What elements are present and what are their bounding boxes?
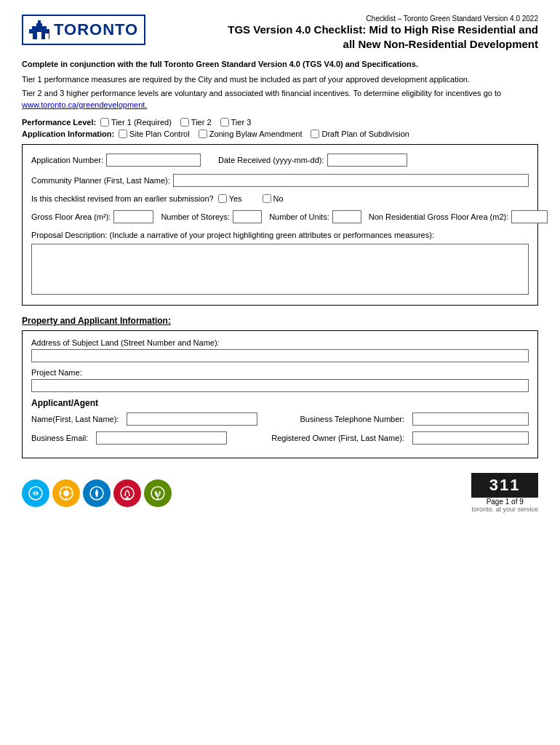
svg-rect-5 (37, 32, 41, 39)
tier1-checkbox-item[interactable]: Tier 1 (Required) (100, 118, 172, 127)
site-plan-checkbox-item[interactable]: Site Plan Control (119, 130, 190, 138)
proposal-label: Proposal Description: (Include a narrati… (31, 231, 529, 239)
water-icon (22, 479, 49, 507)
svg-point-9 (63, 490, 69, 496)
tier3-label: Tier 3 (231, 118, 252, 127)
property-section-title: Property and Applicant Information: (22, 316, 538, 326)
header-subtitle: Checklist – Toronto Green Standard Versi… (160, 15, 538, 23)
planner-input[interactable] (173, 174, 529, 187)
nonres-input[interactable] (511, 210, 548, 223)
logo-building-icon (29, 19, 49, 41)
applicant-name-row: Name(First, Last Name): Business Telepho… (31, 413, 529, 426)
site-plan-checkbox[interactable] (119, 130, 127, 138)
tier2-label: Tier 2 (191, 118, 212, 127)
biz-email-label: Business Email: (31, 434, 88, 442)
app-number-input[interactable] (106, 154, 201, 167)
no-checkbox[interactable] (263, 194, 271, 203)
gfa-row: Gross Floor Area (m²): Number of Storeys… (31, 210, 529, 223)
units-input[interactable] (332, 210, 361, 223)
draft-plan-label: Draft Plan of Subdivision (321, 130, 409, 138)
revised-label: Is this checklist revised from an earlie… (31, 194, 214, 203)
proposal-section: Proposal Description: (Include a narrati… (31, 231, 529, 296)
svg-rect-4 (29, 33, 33, 39)
toronto-logo: TORONTO (22, 15, 145, 45)
tier1-checkbox[interactable] (100, 118, 109, 127)
tier3-checkbox-item[interactable]: Tier 3 (220, 118, 252, 127)
nonres-label: Non Residential Gross Floor Area (m2): (369, 212, 509, 221)
biz-tel-label: Business Telephone Number: (300, 415, 405, 423)
nature-icon (144, 479, 172, 507)
performance-level-row: Performance Level: Tier 1 (Required) Tie… (22, 118, 538, 127)
tier2-checkbox-item[interactable]: Tier 2 (180, 118, 212, 127)
badge-311: 311 (471, 473, 538, 498)
green-development-link[interactable]: www.toronto.ca/greendevelopment. (22, 100, 147, 109)
water-drop-icon (83, 479, 111, 507)
footer-icons (22, 479, 172, 507)
biz-tel-input[interactable] (412, 413, 529, 426)
climate-icon (113, 479, 141, 507)
no-label: No (273, 194, 284, 203)
footer-right: 311 Page 1 of 9 toronto. at your service (471, 473, 538, 513)
app-number-row: Application Number: Date Received (yyyy-… (31, 154, 529, 167)
performance-level-label: Performance Level: (22, 118, 96, 127)
site-plan-label: Site Plan Control (129, 130, 190, 138)
date-label: Date Received (yyyy-mm-dd): (218, 156, 324, 164)
biz-email-input[interactable] (96, 431, 227, 445)
intro-bold: Complete in conjunction with the full To… (22, 60, 538, 68)
address-row: Address of Subject Land (Street Number a… (31, 338, 529, 362)
service-text: toronto. at your service (471, 506, 538, 513)
revised-row: Is this checklist revised from an earlie… (31, 194, 529, 203)
no-checkbox-item[interactable]: No (263, 194, 284, 203)
project-input[interactable] (31, 379, 529, 392)
page-footer: 311 Page 1 of 9 toronto. at your service (22, 473, 538, 513)
project-row: Project Name: (31, 368, 529, 392)
planner-label: Community Planner (First, Last Name): (31, 176, 170, 185)
zoning-bylaw-checkbox[interactable] (199, 130, 207, 138)
yes-checkbox-item[interactable]: Yes (218, 194, 242, 203)
app-number-label: Application Number: (31, 156, 103, 164)
project-label: Project Name: (31, 368, 529, 377)
property-box: Address of Subject Land (Street Number a… (22, 330, 538, 458)
yes-label: Yes (229, 194, 242, 203)
tier3-checkbox[interactable] (220, 118, 229, 127)
svg-rect-6 (45, 33, 49, 39)
units-label: Number of Units: (269, 212, 329, 221)
tier23-text: Tier 2 and 3 higher performance levels a… (22, 88, 538, 111)
storeys-input[interactable] (233, 210, 262, 223)
draft-plan-checkbox[interactable] (311, 130, 319, 138)
page-header: TORONTO Checklist – Toronto Green Standa… (22, 15, 538, 51)
tier1-text: Tier 1 performance measures are required… (22, 74, 538, 85)
application-info-label: Application Information: (22, 130, 114, 138)
intro-section: Complete in conjunction with the full To… (22, 60, 538, 111)
name-label: Name(First, Last Name): (31, 415, 119, 423)
gfa-input[interactable] (113, 210, 153, 223)
tier1-label: Tier 1 (Required) (111, 118, 172, 127)
address-label: Address of Subject Land (Street Number a… (31, 338, 529, 347)
svg-rect-3 (38, 20, 41, 23)
header-title: TGS Version 4.0 Checklist: Mid to High R… (160, 23, 538, 51)
logo-text: TORONTO (54, 20, 138, 39)
logo-area: TORONTO (22, 15, 145, 45)
application-info-row: Application Information: Site Plan Contr… (22, 130, 538, 138)
zoning-bylaw-checkbox-item[interactable]: Zoning Bylaw Amendment (199, 130, 303, 138)
name-input[interactable] (127, 413, 257, 426)
svg-rect-2 (32, 26, 47, 29)
performance-section: Performance Level: Tier 1 (Required) Tie… (22, 118, 538, 138)
address-input[interactable] (31, 349, 529, 362)
gfa-label: Gross Floor Area (m²): (31, 212, 111, 221)
draft-plan-checkbox-item[interactable]: Draft Plan of Subdivision (311, 130, 409, 138)
proposal-textarea[interactable] (31, 244, 529, 295)
header-title-area: Checklist – Toronto Green Standard Versi… (160, 15, 538, 51)
planner-row: Community Planner (First, Last Name): (31, 174, 529, 187)
yes-checkbox[interactable] (218, 194, 227, 203)
energy-icon (52, 479, 80, 507)
tier2-checkbox[interactable] (180, 118, 189, 127)
date-input[interactable] (327, 154, 407, 167)
biz-email-row: Business Email: Registered Owner (First,… (31, 431, 529, 445)
reg-owner-label: Registered Owner (First, Last Name): (271, 434, 404, 442)
reg-owner-input[interactable] (412, 431, 529, 445)
storeys-label: Number of Storeys: (161, 212, 230, 221)
applicant-label: Applicant/Agent (31, 398, 529, 408)
page-number-area: 311 Page 1 of 9 toronto. at your service (471, 473, 538, 513)
page-label: Page 1 of 9 (471, 498, 538, 506)
